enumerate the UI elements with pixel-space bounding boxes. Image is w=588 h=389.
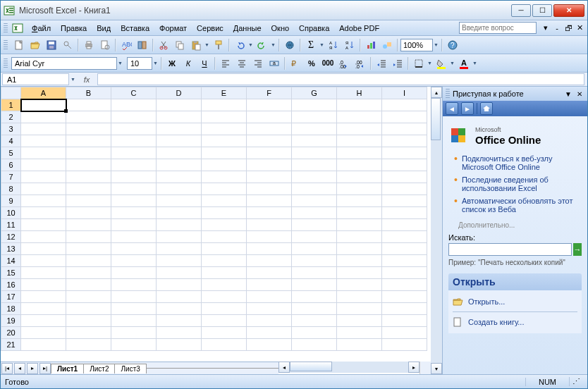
cell[interactable] (157, 183, 202, 195)
cell[interactable] (157, 111, 202, 123)
cell[interactable] (247, 123, 292, 135)
cell[interactable] (21, 327, 66, 339)
menu-edit[interactable]: Правка (56, 23, 91, 34)
cell[interactable] (382, 291, 427, 303)
cell[interactable] (202, 123, 247, 135)
task-pane-close-button[interactable]: ✕ (575, 89, 584, 99)
italic-button[interactable]: К (180, 56, 196, 71)
scroll-down-button[interactable]: ▾ (431, 363, 442, 374)
cell[interactable] (66, 99, 111, 111)
cell[interactable] (21, 243, 66, 255)
cell[interactable] (111, 123, 157, 135)
format-painter-button[interactable] (211, 37, 226, 53)
cell[interactable] (157, 159, 202, 171)
hyperlink-button[interactable] (282, 37, 298, 53)
doc-close-button[interactable]: ✕ (575, 23, 584, 33)
tab-nav-next[interactable]: ▸ (27, 363, 38, 374)
redo-dropdown[interactable]: ▼ (271, 42, 276, 47)
sort-asc-button[interactable]: АЯ (326, 37, 341, 53)
tab-nav-prev[interactable]: ◂ (14, 363, 25, 374)
cell[interactable] (292, 123, 337, 135)
cell[interactable] (337, 147, 382, 159)
cell[interactable] (157, 327, 202, 339)
cell[interactable] (66, 135, 111, 147)
align-right-button[interactable] (250, 56, 266, 71)
cell[interactable] (111, 183, 157, 195)
cell[interactable] (202, 339, 247, 351)
cell[interactable] (157, 219, 202, 231)
cell[interactable] (111, 219, 157, 231)
scroll-up-button[interactable]: ▴ (431, 87, 442, 98)
cell[interactable] (157, 135, 202, 147)
row-header[interactable]: 5 (1, 147, 21, 159)
cell[interactable] (292, 303, 337, 315)
name-box-dropdown[interactable]: ▼ (71, 77, 76, 82)
cell[interactable] (202, 255, 247, 267)
row-header[interactable]: 19 (1, 315, 21, 327)
cell[interactable] (111, 243, 157, 255)
cell[interactable] (21, 231, 66, 243)
taskpane-link[interactable]: Последние сведения об использовании Exce… (462, 175, 582, 192)
cell[interactable] (247, 159, 292, 171)
cell[interactable] (202, 207, 247, 219)
cell[interactable] (157, 303, 202, 315)
column-header[interactable]: C (111, 87, 157, 99)
cell[interactable] (292, 111, 337, 123)
cell[interactable] (337, 231, 382, 243)
cell[interactable] (337, 303, 382, 315)
cell[interactable] (292, 327, 337, 339)
cell[interactable] (247, 243, 292, 255)
row-header[interactable]: 8 (1, 183, 21, 195)
cell[interactable] (202, 231, 247, 243)
cell[interactable] (202, 135, 247, 147)
cell[interactable] (202, 195, 247, 207)
decrease-decimal-button[interactable]: ,00,0 (353, 56, 368, 71)
cell[interactable] (21, 207, 66, 219)
cell[interactable] (21, 171, 66, 183)
cell[interactable] (157, 147, 202, 159)
cell[interactable] (66, 111, 111, 123)
cell[interactable] (202, 279, 247, 291)
cell[interactable] (337, 111, 382, 123)
cell[interactable] (66, 147, 111, 159)
cell[interactable] (157, 279, 202, 291)
task-pane-menu-button[interactable]: ▼ (563, 89, 573, 99)
cell[interactable] (247, 279, 292, 291)
redo-button[interactable] (255, 37, 270, 53)
increase-decimal-button[interactable]: ,0,00 (336, 56, 352, 71)
menu-tools[interactable]: Сервис (192, 23, 228, 34)
cell[interactable] (66, 327, 111, 339)
cell[interactable] (66, 315, 111, 327)
cell[interactable] (247, 327, 292, 339)
maximize-button[interactable]: ☐ (532, 4, 552, 17)
menu-format[interactable]: Формат (155, 23, 191, 34)
column-header[interactable]: H (337, 87, 382, 99)
horizontal-scrollbar[interactable]: ◂ ▸ (278, 362, 419, 373)
column-header[interactable]: D (157, 87, 202, 99)
cell[interactable] (337, 207, 382, 219)
autosum-button[interactable]: Σ (303, 37, 319, 53)
cell[interactable] (202, 159, 247, 171)
cell[interactable] (157, 99, 202, 111)
sort-desc-button[interactable]: ЯА (342, 37, 357, 53)
cell[interactable] (382, 219, 427, 231)
cell[interactable] (382, 327, 427, 339)
cell[interactable] (292, 267, 337, 279)
taskpane-link[interactable]: Подключиться к веб-узлу Microsoft Office… (462, 154, 582, 171)
underline-button[interactable]: Ч (197, 56, 212, 71)
cell[interactable] (247, 303, 292, 315)
cell[interactable] (202, 291, 247, 303)
cell[interactable] (21, 339, 66, 351)
cell[interactable] (337, 243, 382, 255)
font-color-dropdown[interactable]: ▼ (472, 61, 478, 66)
cell[interactable] (292, 231, 337, 243)
row-header[interactable]: 3 (1, 123, 21, 135)
cell[interactable] (111, 303, 157, 315)
cell[interactable] (247, 195, 292, 207)
paste-dropdown[interactable]: ▼ (204, 42, 210, 47)
cell[interactable] (157, 339, 202, 351)
borders-button[interactable] (411, 56, 427, 71)
cell[interactable] (337, 159, 382, 171)
cell[interactable] (66, 219, 111, 231)
cell[interactable] (247, 171, 292, 183)
